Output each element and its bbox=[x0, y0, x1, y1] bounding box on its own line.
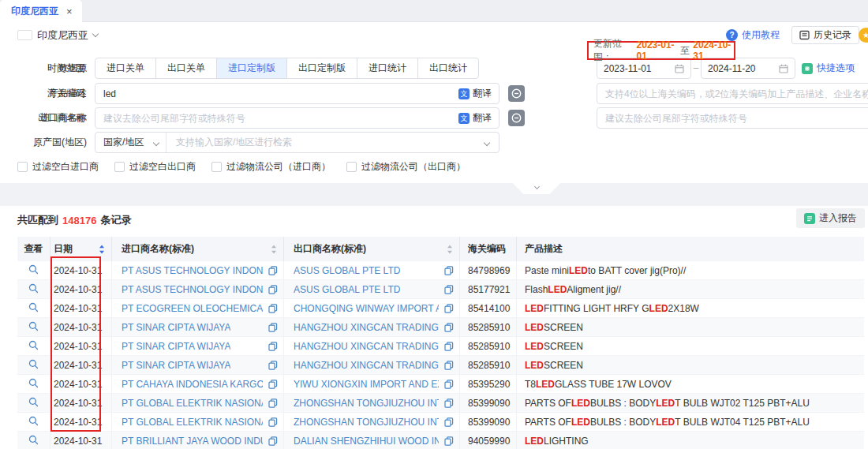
exporter-link[interactable]: HANGZHOU XINGCAN TRADING CO LTD bbox=[294, 341, 439, 352]
copy-icon[interactable] bbox=[444, 266, 454, 275]
copy-icon[interactable] bbox=[444, 342, 454, 351]
translate-button[interactable]: 文 翻译 bbox=[458, 107, 492, 129]
checkbox-icon[interactable] bbox=[17, 162, 28, 172]
exporter-link[interactable]: HANGZHOU XINGCAN TRADING CO LTD bbox=[294, 322, 439, 333]
copy-icon[interactable] bbox=[444, 304, 454, 313]
checkbox-icon[interactable] bbox=[211, 162, 222, 172]
magnifier-icon[interactable] bbox=[28, 340, 39, 353]
data-source-tab-2[interactable]: 出口关单 bbox=[155, 58, 217, 79]
data-source-tab-5[interactable]: 进口统计 bbox=[357, 58, 418, 79]
view-record-button[interactable] bbox=[17, 299, 51, 317]
copy-icon[interactable] bbox=[268, 285, 278, 294]
customs-code-input[interactable] bbox=[597, 83, 868, 104]
col-header-date[interactable]: 日期 bbox=[51, 237, 112, 261]
data-source-tab-3[interactable]: 进口定制版 bbox=[216, 58, 287, 79]
importer-link[interactable]: PT SINAR CIPTA WIJAYA bbox=[122, 360, 230, 371]
quick-options-button[interactable]: 快捷选项 bbox=[802, 58, 855, 79]
sort-icon-importer[interactable] bbox=[271, 244, 277, 254]
col-header-exporter[interactable]: 出口商名称(标准) bbox=[284, 237, 460, 261]
origin-search-input[interactable]: 支持输入国家/地区进行检索 bbox=[166, 136, 485, 149]
importer-link[interactable]: PT SINAR CIPTA WIJAYA bbox=[122, 341, 230, 352]
copy-icon[interactable] bbox=[268, 361, 278, 370]
exact-match-toggle[interactable] bbox=[508, 85, 525, 102]
copy-icon[interactable] bbox=[444, 285, 454, 294]
tab-indonesia[interactable]: 印度尼西亚 × bbox=[0, 0, 82, 22]
sort-icon-date[interactable] bbox=[99, 244, 105, 254]
exporter-link[interactable]: HANGZHOU XINGCAN TRADING CO LTD bbox=[294, 360, 439, 371]
product-desc-input[interactable] bbox=[95, 83, 499, 104]
copy-icon[interactable] bbox=[444, 398, 454, 408]
filter-checkbox-3[interactable]: 过滤物流公司（进口商） bbox=[211, 160, 331, 174]
enter-report-button[interactable]: 进入报告 bbox=[796, 208, 865, 228]
data-source-tab-1[interactable]: 进口关单 bbox=[95, 58, 156, 79]
magnifier-icon[interactable] bbox=[28, 397, 39, 410]
importer-link[interactable]: PT BRILLIANT JAYA WOOD INDUSTRY bbox=[122, 436, 263, 447]
importer-link[interactable]: PT GLOBAL ELEKTRIK NASIONAL bbox=[122, 417, 263, 428]
view-record-button[interactable] bbox=[17, 394, 51, 412]
country-selector-label[interactable]: 印度尼西亚 bbox=[37, 22, 88, 48]
sort-icon-exporter[interactable] bbox=[447, 244, 453, 254]
view-record-button[interactable] bbox=[17, 356, 51, 374]
view-record-button[interactable] bbox=[17, 413, 51, 431]
filter-checkbox-1[interactable]: 过滤空白进口商 bbox=[17, 160, 99, 174]
view-record-button[interactable] bbox=[17, 337, 51, 355]
importer-link[interactable]: PT ECOGREEN OLEOCHEMICALS bbox=[122, 303, 263, 314]
magnifier-icon[interactable] bbox=[28, 359, 39, 372]
checkbox-icon[interactable] bbox=[114, 162, 125, 172]
data-source-tab-6[interactable]: 出口统计 bbox=[417, 58, 479, 79]
chevron-down-icon[interactable] bbox=[484, 139, 490, 145]
importer-link[interactable]: PT ASUS TECHNOLOGY INDONESIA BA... bbox=[122, 284, 263, 295]
copy-icon[interactable] bbox=[268, 380, 278, 389]
copy-icon[interactable] bbox=[444, 361, 454, 370]
importer-link[interactable]: PT CAHAYA INDONESIA KARGO bbox=[122, 379, 263, 390]
importer-name-input[interactable] bbox=[95, 107, 499, 129]
exporter-link[interactable]: YIWU XIONGXIN IMPORT AND EXPORT... bbox=[294, 379, 439, 390]
filter-checkbox-2[interactable]: 过滤空白出口商 bbox=[114, 160, 196, 174]
exporter-link[interactable]: ZHONGSHAN TONGJIUZHOU INTERNA... bbox=[294, 398, 439, 409]
data-source-tab-4[interactable]: 出口定制版 bbox=[286, 58, 357, 79]
copy-icon[interactable] bbox=[268, 342, 278, 351]
copy-icon[interactable] bbox=[444, 417, 454, 427]
importer-link[interactable]: PT GLOBAL ELEKTRIK NASIONAL bbox=[122, 398, 263, 409]
copy-icon[interactable] bbox=[444, 380, 454, 389]
copy-icon[interactable] bbox=[268, 436, 278, 446]
magnifier-icon[interactable] bbox=[28, 302, 39, 315]
exporter-link[interactable]: DALIAN SHENGZHIHUI WOOD INDUST... bbox=[294, 436, 439, 447]
translate-button[interactable]: 文 翻译 bbox=[458, 83, 492, 104]
history-button[interactable]: 历史记录 bbox=[791, 26, 859, 44]
magnifier-icon[interactable] bbox=[28, 264, 39, 277]
chevron-down-icon[interactable] bbox=[92, 31, 99, 37]
checkbox-icon[interactable] bbox=[346, 162, 357, 172]
exporter-name-input[interactable] bbox=[597, 107, 868, 129]
copy-icon[interactable] bbox=[444, 436, 454, 446]
view-record-button[interactable] bbox=[17, 375, 51, 393]
copy-icon[interactable] bbox=[268, 266, 278, 275]
filter-checkbox-4[interactable]: 过滤物流公司（出口商） bbox=[346, 160, 466, 174]
magnifier-icon[interactable] bbox=[28, 321, 39, 334]
copy-icon[interactable] bbox=[444, 323, 454, 332]
copy-icon[interactable] bbox=[268, 398, 278, 408]
copy-icon[interactable] bbox=[268, 323, 278, 332]
magnifier-icon[interactable] bbox=[28, 378, 39, 391]
importer-link[interactable]: PT SINAR CIPTA WIJAYA bbox=[122, 322, 230, 333]
magnifier-icon[interactable] bbox=[28, 283, 39, 296]
view-record-button[interactable] bbox=[17, 280, 51, 298]
exporter-link[interactable]: ASUS GLOBAL PTE LTD bbox=[294, 265, 400, 276]
view-record-button[interactable] bbox=[17, 432, 51, 449]
view-record-button[interactable] bbox=[17, 261, 51, 279]
vip-star-icon[interactable]: ★ bbox=[859, 28, 868, 43]
exporter-link[interactable]: ZHONGSHAN TONGJIUZHOU INTERNA... bbox=[294, 417, 439, 428]
magnifier-icon[interactable] bbox=[28, 416, 39, 428]
exact-match-toggle[interactable] bbox=[508, 110, 525, 126]
copy-icon[interactable] bbox=[268, 304, 278, 313]
magnifier-icon[interactable] bbox=[28, 435, 39, 447]
exporter-link[interactable]: CHONGQING WINWAY IMPORT AND E... bbox=[294, 303, 439, 314]
col-header-importer[interactable]: 进口商名称(标准) bbox=[112, 237, 284, 261]
copy-icon[interactable] bbox=[268, 417, 278, 427]
collapse-panel-button[interactable] bbox=[513, 183, 560, 194]
view-record-button[interactable] bbox=[17, 318, 51, 336]
exporter-link[interactable]: ASUS GLOBAL PTE LTD bbox=[294, 284, 400, 295]
origin-country-select[interactable]: 国家/地区 bbox=[95, 133, 166, 152]
tab-close-icon[interactable]: × bbox=[66, 6, 73, 17]
importer-link[interactable]: PT ASUS TECHNOLOGY INDONESIA BA... bbox=[122, 265, 263, 276]
